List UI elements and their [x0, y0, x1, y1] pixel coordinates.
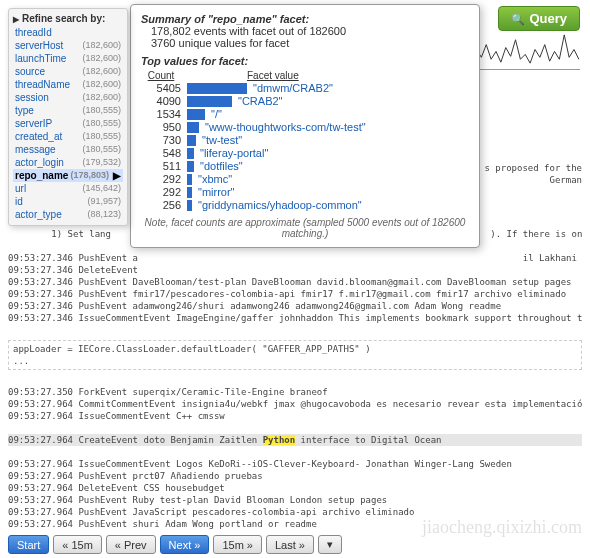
- facet-row[interactable]: 5405"dmwm/CRAB2": [141, 82, 469, 94]
- facet-row[interactable]: 1534"/": [141, 108, 469, 120]
- nav-start[interactable]: Start: [8, 535, 49, 554]
- facet-row[interactable]: 730"tw-test": [141, 134, 469, 146]
- log-line: 09:53:27.346 PushEvent a il Lakhani Añad…: [8, 252, 582, 264]
- facet-summary-panel: Summary of "repo_name" facet: 178,802 ev…: [130, 4, 480, 248]
- refine-item-actor_type[interactable]: actor_type (88,123): [13, 208, 123, 221]
- log-line: 09:53:27.346 DeleteEvent: [8, 264, 582, 276]
- facet-row[interactable]: 511"dotfiles": [141, 160, 469, 172]
- refine-item-threadId[interactable]: threadId: [13, 26, 123, 39]
- log-line: 09:53:27.964 PushEvent prct07 Añadiendo …: [8, 470, 582, 482]
- refine-item-serverHost[interactable]: serverHost (182,600): [13, 39, 123, 52]
- log-line: 09:53:27.346 PushEvent fmir17/pescadores…: [8, 288, 582, 300]
- log-line: 09:53:27.346 IssueCommentEvent ImageEngi…: [8, 312, 582, 324]
- nav-back-15m[interactable]: « 15m: [53, 535, 102, 554]
- nav-prev[interactable]: « Prev: [106, 535, 156, 554]
- nav-next[interactable]: Next »: [160, 535, 210, 554]
- log-line: 09:53:27.346 PushEvent adamwong246/shuri…: [8, 300, 582, 312]
- nav-fwd-15m[interactable]: 15m »: [213, 535, 262, 554]
- facet-row[interactable]: 256"griddynamics/yhadoop-common": [141, 199, 469, 211]
- log-line-highlighted[interactable]: 09:53:27.964 CreateEvent doto Benjamin Z…: [8, 434, 582, 446]
- refine-item-repo_name[interactable]: repo_name (178,803): [13, 169, 123, 182]
- facet-row[interactable]: 4090"CRAB2": [141, 95, 469, 107]
- log-line: 09:53:27.346 PushEvent DaveBlooman/test-…: [8, 276, 582, 288]
- nav-last[interactable]: Last »: [266, 535, 314, 554]
- refine-item-launchTime[interactable]: launchTime (182,600): [13, 52, 123, 65]
- log-line: 09:53:27.350 ForkEvent superqix/Ceramic-…: [8, 386, 582, 398]
- refine-item-actor_login[interactable]: actor_login (179,532): [13, 156, 123, 169]
- refine-item-id[interactable]: id (91,957): [13, 195, 123, 208]
- refine-item-source[interactable]: source (182,600): [13, 65, 123, 78]
- facet-line1: 178,802 events with facet out of 182600: [151, 25, 469, 37]
- refine-item-session[interactable]: session (182,600): [13, 91, 123, 104]
- refine-item-message[interactable]: message (180,555): [13, 143, 123, 156]
- refine-item-type[interactable]: type (180,555): [13, 104, 123, 117]
- highlight-word: Python: [263, 435, 296, 445]
- facet-line2: 3760 unique values for facet: [151, 37, 469, 49]
- refine-item-url[interactable]: url (145,642): [13, 182, 123, 195]
- query-button[interactable]: Query: [498, 6, 580, 31]
- code-block: appLoader = IECore.ClassLoader.defaultLo…: [8, 340, 582, 370]
- log-line: 09:53:27.964 CommitCommentEvent insignia…: [8, 398, 582, 410]
- log-line: 09:53:27.964 PushEvent Ruby test-plan Da…: [8, 494, 582, 506]
- refine-item-threadName[interactable]: threadName (182,600): [13, 78, 123, 91]
- watermark: jiaocheng.qixizhi.com: [422, 517, 582, 538]
- facet-row[interactable]: 292"mirror": [141, 186, 469, 198]
- log-line: 09:53:27.964 IssueCommentEvent Logos KeD…: [8, 458, 582, 470]
- facet-row[interactable]: 292"xbmc": [141, 173, 469, 185]
- facet-hdr-value: Facet value: [247, 70, 299, 81]
- facet-title: Summary of "repo_name" facet:: [141, 13, 469, 25]
- nav-dropdown[interactable]: ▾: [318, 535, 342, 554]
- facet-row[interactable]: 548"liferay-portal": [141, 147, 469, 159]
- refine-item-serverIP[interactable]: serverIP (180,555): [13, 117, 123, 130]
- refine-item-created_at[interactable]: created_at (180,555): [13, 130, 123, 143]
- facet-row[interactable]: 950"www-thoughtworks-com/tw-test": [141, 121, 469, 133]
- facet-note: Note, facet counts are approximate (samp…: [141, 217, 469, 239]
- refine-title: Refine search by:: [13, 13, 123, 24]
- log-line: 09:53:27.964 IssueCommentEvent C++ cmssw: [8, 410, 582, 422]
- log-line: 09:53:27.964 DeleteEvent CSS housebudget: [8, 482, 582, 494]
- facet-top-title: Top values for facet:: [141, 55, 469, 67]
- facet-hdr-count: Count: [141, 70, 181, 81]
- refine-panel: Refine search by: threadId serverHost (1…: [8, 8, 128, 226]
